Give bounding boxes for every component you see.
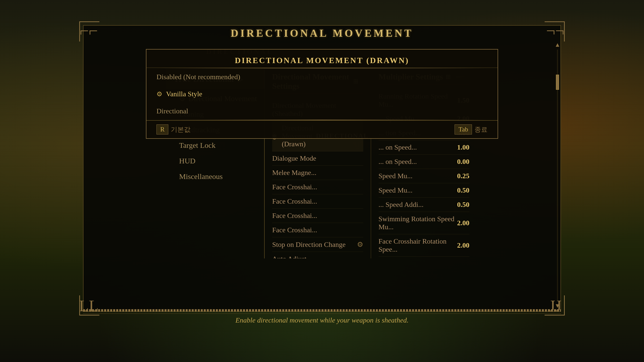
scroll-up-arrow[interactable]: ▲: [554, 41, 560, 48]
setting-value-speed-mu-050: 0.50: [457, 186, 469, 194]
setting-label-crosshair1: Face Crosshai...: [272, 183, 317, 191]
setting-row-on-speed2[interactable]: ... on Speed... 0.00: [379, 155, 470, 169]
dropdown-label-directional: Directional: [156, 107, 188, 115]
setting-row-crosshair-3[interactable]: Face Crosshai...: [272, 209, 363, 223]
setting-value-speed-mu-025: 0.25: [457, 172, 469, 180]
gear-icon-vanilla: ⚙: [156, 90, 162, 98]
sidebar-item-hud[interactable]: HUD: [167, 153, 264, 169]
scroll-thumb[interactable]: [556, 75, 559, 90]
setting-label-speed-mu-025: Speed Mu...: [379, 172, 413, 180]
setting-value-on-speed2: 0.00: [457, 158, 469, 166]
setting-row-crosshair-1[interactable]: Face Crosshai...: [272, 180, 363, 194]
setting-label-swimming-rot: Swimming Rotation Speed Mu...: [379, 215, 457, 231]
setting-label-on-speed1: ... on Speed...: [379, 143, 417, 151]
setting-row-crosshair-2[interactable]: Face Crosshai...: [272, 194, 363, 209]
dropdown-label-disabled: Disabled (Not recommended): [156, 73, 240, 81]
dropdown-title: DIRECTIONAL MOVEMENT (DRAWN): [146, 50, 498, 68]
corner-bracket-tl: ⌐⌐: [77, 20, 100, 42]
status-bar: Enable directional movement while your w…: [83, 313, 561, 327]
setting-label-crosshair4: Face Crosshai...: [272, 226, 317, 234]
setting-row-stop-direction[interactable]: Stop on Direction Change ⚙: [272, 237, 363, 252]
setting-label-melee: Melee Magne...: [272, 169, 316, 177]
sidebar-item-target-lock[interactable]: Target Lock: [167, 138, 264, 153]
dropdown-footer: R 기본값 Tab 종료: [146, 120, 498, 138]
setting-row-dialogue[interactable]: Dialogue Mode: [272, 151, 363, 166]
setting-label-crosshair3: Face Crosshai...: [272, 212, 317, 220]
dropdown-option-vanilla[interactable]: ⚙ Vanilla Style: [146, 85, 498, 103]
setting-row-speed-mu-025[interactable]: Speed Mu... 0.25: [379, 169, 470, 183]
setting-row-face-crosshair-instant[interactable]: Face Crosshair Instantly ◇: [379, 257, 470, 258]
sidebar-label-targetlock: Target Lock: [179, 141, 216, 150]
scroll-track: [557, 50, 558, 301]
dropdown-label-vanilla: Vanilla Style: [166, 90, 202, 98]
setting-label-auto-camera: Auto Adjust Camera: [272, 255, 327, 258]
dropdown-overlay: DIRECTIONAL MOVEMENT (DRAWN) Disabled (N…: [146, 49, 498, 139]
setting-row-swimming-rot[interactable]: Swimming Rotation Speed Mu... 2.00: [379, 212, 470, 234]
setting-row-melee[interactable]: Melee Magne...: [272, 166, 363, 180]
setting-icon-stop: ⚙: [357, 240, 363, 249]
setting-row-crosshair-4[interactable]: Face Crosshai...: [272, 223, 363, 237]
dropdown-option-directional[interactable]: Directional: [146, 103, 498, 120]
sidebar-label-misc: Miscellaneous: [179, 172, 223, 181]
footer-reset: R 기본값: [156, 124, 190, 134]
setting-label-speed-addi: ... Speed Addi...: [379, 201, 424, 209]
corner-bracket-tr: ¬¬: [544, 20, 567, 42]
footer-close: Tab 종료: [455, 124, 488, 134]
sidebar-label-hud: HUD: [179, 157, 195, 165]
close-key-badge[interactable]: Tab: [455, 124, 472, 134]
setting-label-stop-direction: Stop on Direction Change: [272, 241, 346, 249]
sidebar-item-miscellaneous[interactable]: Miscellaneous: [167, 169, 264, 184]
scroll-down-arrow[interactable]: ▼: [554, 302, 560, 309]
setting-label-face-crosshair-rot: Face Crosshair Rotation Spee...: [379, 237, 457, 253]
reset-key-label: 기본값: [171, 125, 190, 134]
setting-value-on-speed1: 1.00: [457, 143, 469, 151]
setting-label-speed-mu-050: Speed Mu...: [379, 186, 413, 194]
setting-label-crosshair2: Face Crosshai...: [272, 197, 317, 205]
setting-label-dialogue: Dialogue Mode: [272, 154, 316, 162]
setting-row-speed-addi[interactable]: ... Speed Addi... 0.50: [379, 198, 470, 212]
bottom-decorative-line: [83, 309, 561, 312]
dropdown-option-disabled[interactable]: Disabled (Not recommended): [146, 68, 498, 85]
reset-key-badge[interactable]: R: [156, 124, 168, 134]
setting-row-face-crosshair-rot[interactable]: Face Crosshair Rotation Spee... 2.00: [379, 234, 470, 257]
setting-label-on-speed2: ... on Speed...: [379, 158, 417, 166]
setting-row-auto-camera[interactable]: Auto Adjust Camera ◀ DISABLE: [272, 252, 363, 258]
setting-row-on-speed1[interactable]: ... on Speed... 1.00: [379, 140, 470, 155]
setting-value-speed-addi: 0.50: [457, 201, 469, 209]
close-key-label: 종료: [474, 125, 488, 134]
scrollbar: ▲ ▼: [555, 41, 560, 309]
page-title: DIRECTIONAL MOVEMENT: [231, 27, 413, 39]
setting-value-swimming-rot: 2.00: [457, 219, 469, 227]
status-text: Enable directional movement while your w…: [235, 316, 409, 324]
setting-value-face-crosshair-rot: 2.00: [457, 241, 469, 249]
setting-row-speed-mu-050[interactable]: Speed Mu... 0.50: [379, 183, 470, 198]
